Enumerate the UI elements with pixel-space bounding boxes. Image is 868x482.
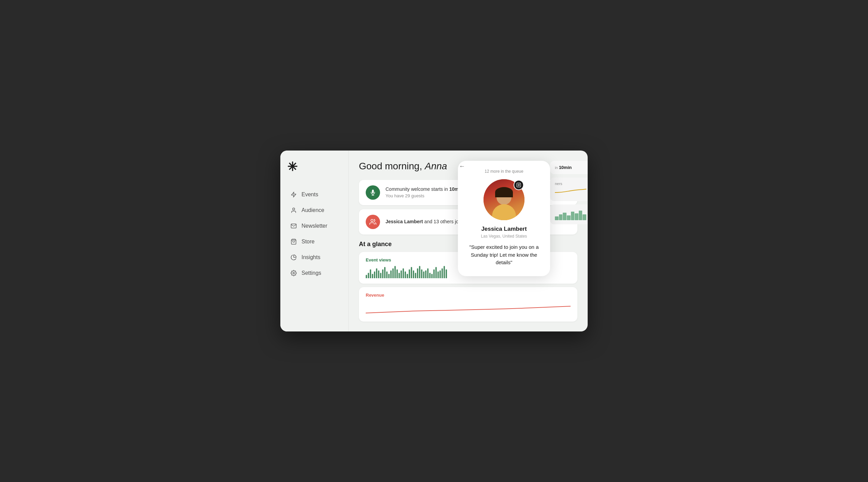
bar-segment [417,268,418,278]
sidebar-item-label: Settings [302,270,321,276]
sidebar-item-label: Audience [302,207,324,213]
bar-segment [433,269,435,278]
bar-segment [439,270,441,278]
sidebar-item-label: Newsletter [302,223,327,229]
sidebar-item-label: Insights [302,254,320,260]
bar-segment [415,273,416,278]
app-logo: ✳ [287,161,341,173]
svg-marker-0 [291,192,296,197]
bar-segment [435,267,437,278]
sidebar-item-newsletter[interactable]: Newsletter [287,218,341,234]
bar-segment [411,267,412,278]
sidebar-item-insights[interactable]: Insights [287,250,341,265]
bar-segment [401,270,402,278]
bar-segment [382,269,383,278]
bar-segment [378,270,379,278]
bar-segment [396,269,398,278]
sidebar-item-label: Store [302,239,314,245]
bar-segment [398,273,400,278]
person-head [496,190,512,205]
envelope-icon [290,222,297,230]
bar-segment [394,266,396,278]
bar-segment [437,271,439,278]
bar-segment [429,273,431,278]
bar-segment [431,274,433,278]
sidebar: ✳ Events Audience Newslet [280,151,349,331]
bag-icon [290,238,297,245]
greeting-prefix: Good morning, [359,161,425,171]
sidebar-item-label: Events [302,192,318,198]
bar-segment [446,269,447,278]
svg-point-1 [293,208,295,210]
person-hair [495,187,513,197]
revenue-card: Revenue [359,287,577,322]
main-content: Good morning, Anna Community welcome sta… [349,151,588,331]
bar-segment [376,268,377,278]
bar-segment [405,271,406,278]
bar-segment [427,268,429,278]
person-body [492,204,516,220]
bar-segment [413,270,414,278]
bar-segment [423,271,424,278]
bar-segment [374,271,375,278]
bar-segment [384,267,386,278]
person-icon [290,207,297,214]
queue-text: 12 more in the queue [465,169,543,174]
bar-segment [409,269,410,278]
profile-quote: "Super excited to join you on a Sunday t… [465,243,543,267]
sidebar-item-events[interactable]: Events [287,187,341,202]
revenue-label: Revenue [366,293,571,298]
bar-segment [366,275,367,278]
bar-segment [370,269,371,278]
bar-segment [421,269,422,278]
bolt-icon [290,191,297,198]
svg-point-8 [518,184,520,186]
person-figure [492,186,516,220]
revenue-line-chart [366,301,571,315]
group-icon-wrap [366,215,380,229]
greeting-name: Anna [425,161,447,171]
bar-segment [425,270,426,278]
bar-segment [407,274,408,278]
bar-segment [444,266,445,278]
bar-segment [419,266,420,278]
profile-image-wrap [484,179,524,220]
gear-icon [290,269,297,277]
bar-segment [403,268,404,278]
bar-segment [368,273,369,278]
bar-segment [442,268,443,278]
svg-point-6 [371,219,373,222]
bar-segment [392,268,394,278]
profile-location: Las Vegas, United States [465,234,543,239]
svg-point-3 [293,272,295,274]
bar-segment [386,271,388,278]
notification-community-text: Community welcome starts in 10min You ha… [386,186,463,199]
bar-segment [390,270,392,278]
bar-segment [380,273,381,278]
bar-segment [372,274,373,278]
sidebar-item-store[interactable]: Store [287,234,341,250]
instagram-badge [514,180,524,190]
sidebar-item-settings[interactable]: Settings [287,265,341,281]
chart-pie-icon [290,254,297,261]
svg-point-9 [520,184,520,184]
bar-segment [388,274,390,278]
sidebar-item-audience[interactable]: Audience [287,202,341,218]
profile-card: 12 more in the queue [458,161,550,276]
profile-name: Jessica Lambert [465,226,543,232]
mic-icon-wrap [366,185,380,200]
